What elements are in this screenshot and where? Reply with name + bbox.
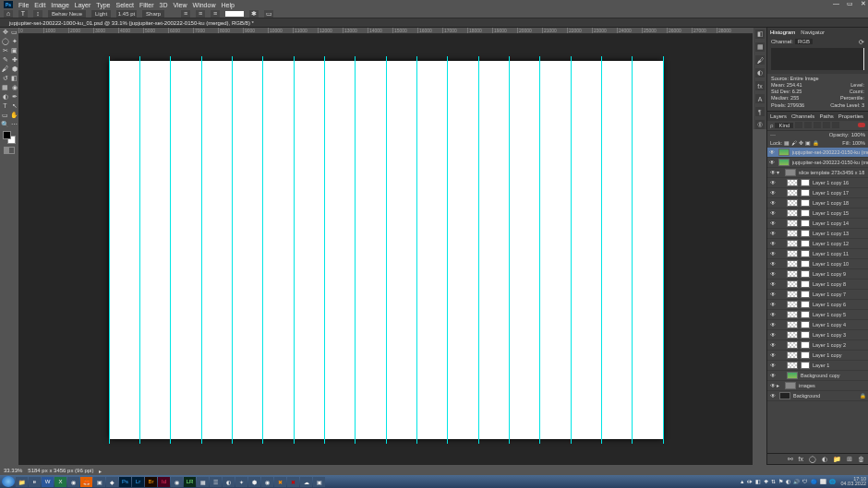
layer-name[interactable]: Layer 1: [813, 363, 829, 368]
filter-pixel-icon[interactable]: [795, 122, 802, 128]
layer-visibility-icon[interactable]: 👁: [769, 292, 777, 297]
layer-name[interactable]: Layer 1 copy 14: [813, 220, 849, 226]
dock-glyph-icon[interactable]: ®: [755, 120, 765, 129]
dock-adjust-icon[interactable]: ◐: [755, 68, 765, 77]
layer-row[interactable]: 👁Layer 1 copy 11: [767, 249, 868, 259]
stamp-tool-icon[interactable]: ⬢: [10, 65, 18, 73]
layer-thumbnail[interactable]: [779, 392, 790, 399]
tray-icon[interactable]: ◐: [786, 479, 790, 484]
guide-line[interactable]: [632, 56, 633, 444]
layer-name[interactable]: Layer 1 copy 3: [813, 332, 846, 338]
layer-mask-thumb[interactable]: [801, 189, 810, 196]
panels-toggle-icon[interactable]: ▭: [264, 10, 273, 18]
tray-icon[interactable]: 🕪: [747, 479, 753, 484]
edit-toolbar-icon[interactable]: ⋯: [10, 120, 18, 128]
zoom-tool-icon[interactable]: 🔍: [1, 120, 9, 128]
text-color-swatch[interactable]: [225, 11, 244, 17]
group-arrow-icon[interactable]: ▾: [777, 170, 782, 175]
layer-name[interactable]: Layer 1 copy 2: [813, 342, 846, 348]
layer-row[interactable]: 👁Layer 1 copy 14: [767, 219, 868, 229]
task-app5-icon[interactable]: ☰: [210, 477, 222, 487]
dock-char-icon[interactable]: A: [755, 94, 765, 103]
layer-mask-thumb[interactable]: [801, 199, 810, 207]
task-excel-icon[interactable]: X: [54, 477, 66, 487]
guide-line[interactable]: [509, 56, 510, 444]
menu-window[interactable]: Window: [193, 2, 216, 8]
tray-icon[interactable]: 🛡: [802, 479, 808, 484]
layer-thumbnail[interactable]: [787, 362, 798, 369]
link-layers-icon[interactable]: ⚯: [788, 456, 793, 463]
layer-visibility-icon[interactable]: 👁: [769, 342, 777, 348]
layer-fx-icon[interactable]: fx: [799, 456, 803, 462]
canvas-viewport[interactable]: [18, 34, 753, 465]
guide-line[interactable]: [109, 56, 110, 444]
layer-thumbnail[interactable]: [787, 230, 798, 237]
guide-line[interactable]: [416, 56, 417, 444]
guide-line[interactable]: [539, 56, 540, 444]
guide-line[interactable]: [663, 56, 664, 444]
layer-name[interactable]: jupjupiter-set-200222-0150-ku (merged): [792, 149, 868, 155]
lock-pos-icon[interactable]: ✥: [799, 140, 803, 146]
task-app9-icon[interactable]: ◉: [261, 477, 273, 487]
layer-name[interactable]: Layer 1 copy 4: [813, 322, 846, 327]
align-left-icon[interactable]: ≡: [181, 10, 190, 18]
layer-mask-thumb[interactable]: [801, 301, 810, 308]
window-close-icon[interactable]: ✕: [861, 0, 866, 7]
layer-name[interactable]: Layer 1 copy 8: [813, 281, 846, 287]
filter-shape-icon[interactable]: [823, 122, 830, 128]
task-app6-icon[interactable]: ◐: [223, 477, 235, 487]
layer-thumbnail[interactable]: [778, 149, 790, 156]
layer-mask-thumb[interactable]: [801, 179, 810, 186]
layer-mask-thumb[interactable]: [801, 209, 810, 217]
layer-mask-thumb[interactable]: [801, 321, 810, 328]
marquee-tool-icon[interactable]: ▭: [10, 28, 18, 36]
layer-thumbnail[interactable]: [787, 331, 798, 339]
eraser-tool-icon[interactable]: ◧: [10, 74, 18, 82]
layer-mask-thumb[interactable]: [801, 291, 810, 298]
layer-mask-thumb[interactable]: [801, 220, 810, 227]
layer-row[interactable]: 👁Background copy: [767, 371, 868, 381]
layer-name[interactable]: images: [799, 383, 815, 388]
layer-visibility-icon[interactable]: 👁: [769, 393, 777, 399]
layer-name[interactable]: Layer 1 copy 10: [813, 261, 849, 267]
delete-layer-icon[interactable]: 🗑: [858, 456, 864, 462]
layer-thumbnail[interactable]: [787, 321, 798, 328]
window-minimize-icon[interactable]: —: [833, 0, 839, 7]
orientation-icon[interactable]: ↕: [33, 10, 42, 18]
layer-thumbnail[interactable]: [787, 351, 798, 359]
layer-mask-thumb[interactable]: [801, 280, 810, 288]
lock-trans-icon[interactable]: ▦: [784, 140, 790, 146]
layer-row[interactable]: 👁Layer 1 copy 7: [767, 290, 868, 300]
layer-visibility-icon[interactable]: 👁: [769, 231, 777, 236]
task-app13-icon[interactable]: ▣: [313, 477, 325, 487]
tab-properties[interactable]: Properties: [838, 113, 863, 119]
guide-line[interactable]: [324, 56, 325, 444]
layer-thumbnail[interactable]: [787, 260, 798, 268]
task-ps-icon[interactable]: Ps: [119, 477, 131, 487]
layer-thumbnail[interactable]: [787, 301, 798, 308]
type-tool-icon[interactable]: T: [18, 10, 28, 18]
layer-row[interactable]: 👁Layer 1 copy 3: [767, 330, 868, 340]
layer-row[interactable]: 👁Layer 1 copy 16: [767, 178, 868, 188]
layer-visibility-icon[interactable]: 👁: [769, 322, 777, 327]
layer-thumbnail[interactable]: [787, 291, 798, 298]
layer-name[interactable]: Layer 1 copy 11: [813, 251, 849, 256]
layer-name[interactable]: Layer 1 copy 18: [813, 200, 849, 206]
guide-line[interactable]: [386, 56, 387, 444]
layer-mask-thumb[interactable]: [801, 351, 810, 359]
frame-tool-icon[interactable]: ▣: [10, 46, 18, 54]
guide-line[interactable]: [170, 56, 171, 444]
path-tool-icon[interactable]: ↖: [10, 101, 18, 110]
layer-thumbnail[interactable]: [787, 372, 798, 379]
status-arrow-icon[interactable]: ▸: [99, 468, 102, 474]
layer-visibility-icon[interactable]: 👁: [769, 332, 777, 338]
task-app10-icon[interactable]: ✖: [274, 477, 286, 487]
task-chrome-icon[interactable]: ◉: [67, 477, 79, 487]
layer-mask-thumb[interactable]: [801, 270, 810, 278]
dock-brush-icon[interactable]: 🖌: [755, 55, 765, 65]
layer-visibility-icon[interactable]: 👁: [769, 160, 776, 165]
layer-row[interactable]: 👁Layer 1 copy 10: [767, 259, 868, 269]
layer-visibility-icon[interactable]: 👁: [769, 149, 776, 155]
window-maximize-icon[interactable]: ▭: [847, 0, 853, 7]
layer-visibility-icon[interactable]: 👁: [769, 190, 777, 196]
